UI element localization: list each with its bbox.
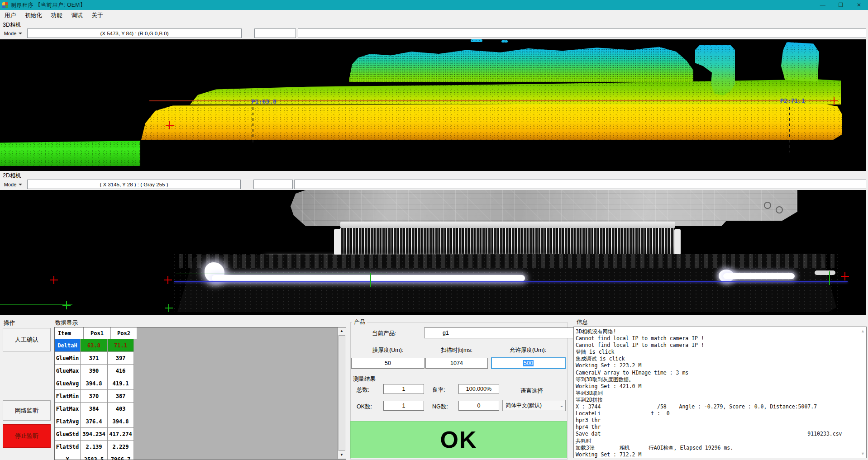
scroll-down-icon[interactable]: ▼ — [338, 451, 345, 459]
total-input[interactable]: 1 — [383, 384, 424, 394]
camera3d-toolbar-box — [298, 28, 866, 38]
allow-thickness-input[interactable]: 500 — [491, 357, 566, 369]
menu-about[interactable]: 关于 — [87, 12, 108, 19]
ok-count-input[interactable]: 1 — [383, 401, 424, 411]
log-line: 登陆 is click — [576, 349, 858, 356]
table-row[interactable]: DeltaH 63.8 71.1 — [55, 339, 137, 352]
camera2d-label: 2D相机 — [3, 172, 21, 180]
cell-pos1[interactable]: 63.8 — [81, 339, 108, 352]
table-header-row: Item Pos1 Pos2 — [55, 327, 137, 339]
log-line: X : 3744 /58 Angle : -0.279, Score : 0.0… — [576, 403, 858, 410]
table-row[interactable]: GlueMax 390 416 — [55, 365, 137, 377]
cell-item[interactable]: DeltaH — [55, 339, 81, 352]
cell-pos2[interactable]: 71.1 — [108, 339, 134, 352]
table-scrollbar[interactable]: ▲ ▼ — [338, 327, 346, 459]
cell-item[interactable]: GlueAvg — [55, 377, 81, 390]
cell-item[interactable]: GlueMin — [55, 352, 81, 365]
log-line: hpr3 thr — [576, 417, 858, 424]
camera2d-mode-button[interactable]: Mode — [1, 180, 25, 189]
cell-pos2[interactable]: 387 — [108, 390, 134, 403]
maximize-icon[interactable]: ❐ — [832, 0, 850, 10]
network-listen-button[interactable]: 网络监听 — [3, 400, 51, 421]
chevron-down-icon — [19, 184, 22, 187]
table-row[interactable]: FlatAvg 376.4 394.8 — [55, 415, 137, 428]
glue-bead-mark — [815, 270, 835, 275]
cell-item[interactable]: GlueMax — [55, 365, 81, 377]
cell-pos1[interactable]: 394.234 — [81, 428, 108, 441]
cell-item[interactable]: FlatStd — [55, 441, 81, 453]
language-select[interactable]: 简体中文(默认) ⌄ — [502, 400, 566, 411]
cell-item[interactable]: FlatAvg — [55, 415, 81, 428]
film-thickness-input[interactable]: 50 — [351, 358, 424, 369]
scroll-up-icon[interactable]: ▲ — [338, 327, 345, 335]
camera3d-label: 3D相机 — [3, 21, 21, 29]
table-row[interactable]: FlatMin 370 387 — [55, 390, 137, 403]
table-row[interactable]: GlueMin 371 397 — [55, 352, 137, 365]
table-row[interactable]: GlueStd 394.234 417.274 — [55, 428, 137, 441]
table-row[interactable]: FlatMax 384 403 — [55, 403, 137, 415]
log-line: Working Set : 712.2 M — [576, 451, 858, 458]
cell-pos2[interactable]: 403 — [108, 403, 134, 415]
stop-listen-button[interactable]: 停止监听 — [3, 424, 51, 448]
ng-count-input[interactable]: 0 — [458, 401, 499, 411]
red-cross-marker — [50, 276, 58, 284]
result-status-box: OK — [350, 421, 567, 458]
cell-item[interactable]: FlatMax — [55, 403, 81, 415]
header-pos2: Pos2 — [111, 327, 137, 339]
app-icon — [2, 2, 8, 8]
cell-pos2[interactable]: 416 — [108, 365, 134, 377]
menu-bar: 用户 初始化 功能 调试 关于 — [0, 10, 868, 21]
menu-user[interactable]: 用户 — [0, 12, 20, 19]
camera3d-view[interactable]: P1:63.8 P2:71.1 — [0, 39, 866, 171]
info-log-box[interactable]: 3D相机没有网络! Cannot find local IP to match … — [573, 327, 867, 458]
cell-item[interactable]: X — [55, 453, 81, 460]
data-grid-panel: Item Pos1 Pos2 DeltaH 63.8 71.1 GlueMin … — [54, 327, 346, 460]
cell-pos1[interactable]: 2583.5 — [81, 453, 108, 460]
blue-measure-line — [174, 281, 848, 282]
camera3d-mode-button[interactable]: Mode — [1, 28, 25, 38]
cell-pos2[interactable]: 394.8 — [108, 415, 134, 428]
table-row[interactable]: FlatStd 2.139 2.229 — [55, 441, 137, 453]
menu-init[interactable]: 初始化 — [20, 12, 47, 19]
camera2d-toolbar-box — [294, 180, 866, 189]
connector-end-cap — [334, 229, 341, 255]
cell-pos2[interactable]: 397 — [108, 352, 134, 365]
log-line: 等到3D取到 — [576, 390, 858, 397]
scrollbar-thumb[interactable] — [339, 335, 345, 451]
camera3d-toolbar-box — [254, 28, 296, 38]
cell-pos1[interactable]: 394.8 — [81, 377, 108, 390]
cell-pos2[interactable]: 7966.7 — [108, 453, 134, 460]
info-panel-label: 信息 — [575, 318, 590, 326]
allow-thickness-label: 允许厚度(Um): — [491, 346, 565, 354]
glue-bead-line — [212, 275, 525, 281]
cell-pos1[interactable]: 390 — [81, 365, 108, 377]
current-product-input[interactable]: g1 — [424, 327, 584, 338]
menu-function[interactable]: 功能 — [47, 12, 67, 19]
yield-input[interactable]: 100.000% — [458, 384, 499, 394]
cell-item[interactable]: GlueStd — [55, 428, 81, 441]
camera2d-view[interactable] — [0, 190, 866, 315]
chevron-down-icon: ⌄ — [558, 403, 565, 408]
scan-time-input[interactable]: 1074 — [425, 358, 488, 369]
cell-pos1[interactable]: 370 — [81, 390, 108, 403]
table-row[interactable]: X 2583.5 7966.7 — [55, 453, 137, 460]
camera2d-mode-label: Mode — [4, 182, 17, 187]
close-icon[interactable]: ✕ — [850, 0, 868, 10]
cell-pos2[interactable]: 419.1 — [108, 377, 134, 390]
cell-pos2[interactable]: 2.229 — [108, 441, 134, 453]
p1-measurement-label: P1:63.8 — [252, 98, 277, 105]
cell-pos1[interactable]: 376.4 — [81, 415, 108, 428]
cell-item[interactable]: FlatMin — [55, 390, 81, 403]
menu-debug[interactable]: 调试 — [67, 12, 87, 19]
cell-pos1[interactable]: 371 — [81, 352, 108, 365]
manual-confirm-button[interactable]: 人工确认 — [3, 328, 51, 351]
scroll-up-icon[interactable]: ▲ — [861, 329, 865, 333]
cell-pos1[interactable]: 2.139 — [81, 441, 108, 453]
cell-pos1[interactable]: 384 — [81, 403, 108, 415]
measure-dash-line — [789, 107, 790, 152]
minimize-icon[interactable]: — — [814, 0, 832, 10]
cell-pos2[interactable]: 417.274 — [108, 428, 134, 441]
scroll-down-icon[interactable]: ▼ — [861, 451, 865, 456]
table-row[interactable]: GlueAvg 394.8 419.1 — [55, 377, 137, 390]
log-line: LocateLi t : 0 — [576, 410, 858, 417]
